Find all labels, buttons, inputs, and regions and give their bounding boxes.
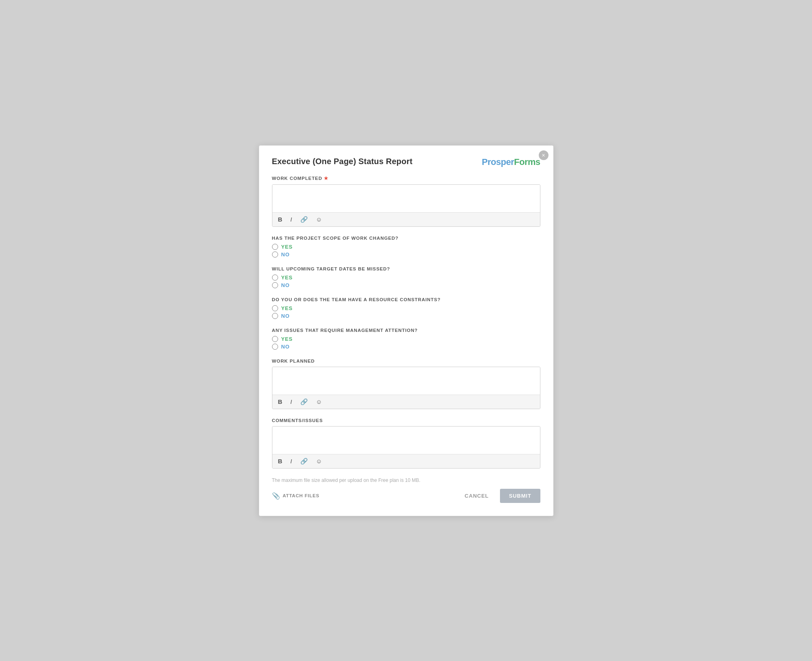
work-completed-toolbar: B I 🔗 ☺ <box>272 212 540 226</box>
work-planned-editor-wrapper: B I 🔗 ☺ <box>272 367 540 409</box>
close-button[interactable]: × <box>539 150 548 160</box>
scope-changed-no-option[interactable]: NO <box>272 251 540 258</box>
link-button-3[interactable]: 🔗 <box>299 457 310 466</box>
bold-button-1[interactable]: B <box>276 215 284 224</box>
target-dates-yes-option[interactable]: YES <box>272 275 540 281</box>
scope-changed-radio-group: YES NO <box>272 244 540 258</box>
scope-changed-yes-radio[interactable] <box>272 244 278 250</box>
management-attention-no-option[interactable]: NO <box>272 344 540 350</box>
management-attention-radio-group: YES NO <box>272 336 540 350</box>
target-dates-no-radio[interactable] <box>272 282 278 288</box>
resource-constraints-radio-group: YES NO <box>272 305 540 319</box>
status-report-modal: Executive (One Page) Status Report Prosp… <box>259 145 554 516</box>
scope-changed-no-radio[interactable] <box>272 251 278 258</box>
italic-button-1[interactable]: I <box>289 215 293 224</box>
work-completed-section: WORK COMPLETED★ B I 🔗 ☺ <box>272 175 540 227</box>
required-star: ★ <box>324 176 329 181</box>
emoji-button-2[interactable]: ☺ <box>314 397 324 406</box>
footer-actions: CANCEL SUBMIT <box>458 489 540 503</box>
resource-constraints-yes-option[interactable]: YES <box>272 305 540 311</box>
target-dates-yes-radio[interactable] <box>272 275 278 281</box>
work-planned-section: WORK PLANNED B I 🔗 ☺ <box>272 359 540 409</box>
attach-files-button[interactable]: 📎 ATTACH FILES <box>272 492 320 500</box>
work-completed-input[interactable] <box>272 185 540 212</box>
form-footer: 📎 ATTACH FILES CANCEL SUBMIT <box>272 489 540 503</box>
resource-constraints-yes-radio[interactable] <box>272 305 278 311</box>
work-planned-input[interactable] <box>272 367 540 395</box>
work-planned-toolbar: B I 🔗 ☺ <box>272 395 540 409</box>
max-file-note: The maximum file size allowed per upload… <box>272 477 540 483</box>
attach-section: The maximum file size allowed per upload… <box>272 477 540 503</box>
work-completed-editor-wrapper: B I 🔗 ☺ <box>272 184 540 227</box>
scope-changed-yes-option[interactable]: YES <box>272 244 540 250</box>
cancel-button[interactable]: CANCEL <box>458 490 496 502</box>
scope-changed-label: HAS THE PROJECT SCOPE OF WORK CHANGED? <box>272 236 540 241</box>
comments-issues-section: COMMENTS/ISSUES B I 🔗 ☺ <box>272 418 540 469</box>
target-dates-section: WILL UPCOMING TARGET DATES BE MISSED? YE… <box>272 266 540 288</box>
link-button-2[interactable]: 🔗 <box>299 397 310 406</box>
target-dates-yes-label: YES <box>281 275 293 281</box>
resource-constraints-label: DO YOU OR DOES THE TEAM HAVE A RESOURCE … <box>272 297 540 302</box>
resource-constraints-no-label: NO <box>281 313 290 319</box>
comments-issues-input[interactable] <box>272 427 540 454</box>
submit-button[interactable]: SUBMIT <box>500 489 540 503</box>
comments-issues-label: COMMENTS/ISSUES <box>272 418 540 423</box>
management-attention-yes-label: YES <box>281 336 293 342</box>
management-attention-no-label: NO <box>281 344 290 350</box>
scope-changed-no-label: NO <box>281 251 290 258</box>
resource-constraints-no-option[interactable]: NO <box>272 313 540 319</box>
target-dates-radio-group: YES NO <box>272 275 540 288</box>
italic-button-2[interactable]: I <box>289 397 293 406</box>
link-button-1[interactable]: 🔗 <box>299 215 310 224</box>
work-planned-label: WORK PLANNED <box>272 359 540 363</box>
work-completed-label: WORK COMPLETED★ <box>272 175 540 181</box>
emoji-button-1[interactable]: ☺ <box>314 215 324 224</box>
management-attention-section: ANY ISSUES THAT REQUIRE MANAGEMENT ATTEN… <box>272 328 540 350</box>
italic-button-3[interactable]: I <box>289 457 293 465</box>
bold-button-2[interactable]: B <box>276 397 284 406</box>
modal-title: Executive (One Page) Status Report <box>272 157 413 166</box>
prosper-forms-logo: Prosper Forms <box>482 157 540 167</box>
modal-header: Executive (One Page) Status Report Prosp… <box>272 157 540 167</box>
management-attention-yes-option[interactable]: YES <box>272 336 540 342</box>
scope-changed-section: HAS THE PROJECT SCOPE OF WORK CHANGED? Y… <box>272 236 540 258</box>
target-dates-label: WILL UPCOMING TARGET DATES BE MISSED? <box>272 266 540 271</box>
comments-issues-editor-wrapper: B I 🔗 ☺ <box>272 426 540 469</box>
management-attention-no-radio[interactable] <box>272 344 278 350</box>
resource-constraints-yes-label: YES <box>281 305 293 311</box>
target-dates-no-option[interactable]: NO <box>272 282 540 288</box>
target-dates-no-label: NO <box>281 282 290 288</box>
resource-constraints-no-radio[interactable] <box>272 313 278 319</box>
management-attention-label: ANY ISSUES THAT REQUIRE MANAGEMENT ATTEN… <box>272 328 540 333</box>
emoji-button-3[interactable]: ☺ <box>314 457 324 465</box>
resource-constraints-section: DO YOU OR DOES THE TEAM HAVE A RESOURCE … <box>272 297 540 319</box>
bold-button-3[interactable]: B <box>276 457 284 465</box>
scope-changed-yes-label: YES <box>281 244 293 250</box>
paperclip-icon: 📎 <box>272 492 281 500</box>
management-attention-yes-radio[interactable] <box>272 336 278 342</box>
comments-issues-toolbar: B I 🔗 ☺ <box>272 454 540 468</box>
